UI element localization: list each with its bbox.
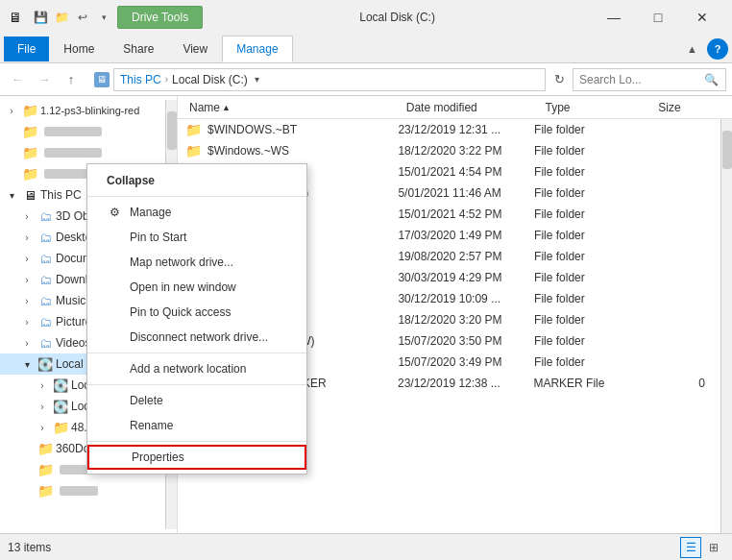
col-header-type[interactable]: Type [541,101,654,114]
maximize-button[interactable]: □ [636,0,680,35]
expand-icon[interactable]: ▾ [4,187,19,203]
drive-tools-button[interactable]: Drive Tools [117,6,203,29]
minimize-button[interactable]: — [592,0,636,35]
search-box[interactable]: 🔍 [573,68,726,91]
breadcrumb-thispc[interactable]: This PC [120,73,161,86]
tree-item-blurred2[interactable]: 📁 [0,142,165,163]
delete-icon [107,393,122,408]
title-bar: 🖥 💾 📁 ↩ ▾ Drive Tools Local Disk (C:) — … [0,0,732,35]
add-location-icon [107,361,122,377]
right-panel-scrollbar[interactable] [720,119,732,533]
ctx-open-new-window[interactable]: Open in new window [87,275,306,300]
folder-icon: 📁 [37,441,54,456]
help-button[interactable]: ? [707,38,728,60]
table-row[interactable]: 📁$WINDOWS.~BT 23/12/2019 12:31 ... File … [178,119,720,140]
table-row[interactable]: 📁$Windows.~WS 18/12/2020 3:22 PM File fo… [178,140,720,161]
expand-icon[interactable]: › [19,335,35,351]
file-type: File folder [534,313,645,327]
ctx-pin-to-start-label: Pin to Start [130,231,186,244]
ctx-collapse[interactable]: Collapse [87,168,306,193]
expand-icon [4,145,19,160]
refresh-button[interactable]: ↻ [549,70,569,89]
up-button[interactable]: ↑ [60,68,83,91]
expand-icon[interactable]: › [19,272,35,287]
address-bar: ← → ↑ 🖥 This PC › Local Disk (C:) ▾ ↻ 🔍 [0,63,732,96]
scrollbar-thumb[interactable] [722,131,732,169]
col-header-date[interactable]: Date modified [403,101,542,114]
details-view-button[interactable]: ☰ [680,537,701,558]
expand-icon[interactable]: › [19,251,35,266]
ctx-rename[interactable]: Rename [87,413,306,438]
folder-icon[interactable]: 📁 [52,8,71,27]
videos-icon: 🗂 [37,335,54,351]
undo-icon[interactable]: ↩ [73,8,92,27]
search-input[interactable] [579,73,704,86]
item-count: 13 items [8,541,51,554]
tree-item-folder1[interactable]: › 📁 1.12-ps3-blinking-red [0,100,165,121]
view-icons: ☰ ⊞ [680,537,724,558]
file-name: 📁$WINDOWS.~BT [185,122,398,137]
ctx-manage[interactable]: ⚙ Manage [87,200,306,225]
tab-file[interactable]: File [4,37,49,61]
ctx-add-network-location-label: Add a network location [130,362,246,376]
save-icon[interactable]: 💾 [31,8,50,27]
expand-icon[interactable]: › [19,293,35,308]
ctx-map-network-drive[interactable]: Map network drive... [87,250,306,275]
file-date: 30/12/2019 10:09 ... [398,292,534,305]
ctx-add-network-location[interactable]: Add a network location [87,356,306,381]
expand-icon [4,124,19,139]
ctx-pin-quick-access-label: Pin to Quick access [130,305,231,319]
desktop-icon: 🗂 [37,230,54,245]
ribbon-collapse-icon[interactable]: ▲ [681,41,703,57]
breadcrumb-localdisk[interactable]: Local Disk (C:) [172,73,248,86]
3dobjects-icon: 🗂 [37,208,54,224]
expand-icon[interactable]: › [19,208,35,224]
ctx-delete[interactable]: Delete [87,388,306,413]
scrollbar-thumb[interactable] [167,111,177,150]
ctx-properties[interactable]: Properties [87,445,306,470]
context-menu: Collapse ⚙ Manage Pin to Start Map netwo… [86,163,307,475]
expand-icon[interactable]: ▾ [19,356,35,372]
new-window-icon [107,280,122,295]
file-type: File folder [534,186,645,200]
back-button[interactable]: ← [6,68,29,91]
file-type: MARKER File [533,377,644,390]
tab-manage[interactable]: Manage [222,36,292,62]
close-button[interactable]: ✕ [680,0,724,35]
expand-icon[interactable]: › [35,399,50,414]
expand-icon[interactable]: › [19,314,35,329]
tiles-view-button[interactable]: ⊞ [703,537,724,558]
expand-icon[interactable]: › [4,103,19,118]
drive-icon: 💽 [37,356,54,372]
col-header-size[interactable]: Size [654,101,724,114]
dropdown-arrow-icon[interactable]: ▾ [94,8,113,27]
tree-item-blurred5[interactable]: 📁 [0,480,165,501]
expand-icon[interactable]: › [35,377,50,393]
tab-share[interactable]: Share [109,36,168,62]
ctx-disconnect-network-drive[interactable]: Disconnect network drive... [87,325,306,350]
ctx-pin-quick-access[interactable]: Pin to Quick access [87,300,306,325]
ctx-rename-label: Rename [130,419,173,432]
ctx-pin-to-start[interactable]: Pin to Start [87,225,306,250]
tab-home[interactable]: Home [49,36,109,62]
file-date: 19/08/2020 2:57 PM [398,250,534,263]
search-icon[interactable]: 🔍 [704,73,719,86]
col-header-name[interactable]: Name ▲ [185,101,403,114]
tree-item-blurred1[interactable]: 📁 [0,121,165,142]
expand-icon [19,441,35,456]
file-type: File folder [534,229,645,242]
tree-label: Videos [56,336,90,350]
tab-view[interactable]: View [168,36,222,62]
breadcrumb-sep1: › [165,74,168,85]
disconnect-icon [107,329,122,345]
file-date: 18/12/2020 3:22 PM [398,144,534,158]
breadcrumb-dropdown[interactable]: ▾ [252,74,262,85]
ctx-separator-3 [87,384,306,385]
ribbon-tabs: File Home Share View Manage ▲ ? [0,35,732,63]
forward-button[interactable]: → [33,68,56,91]
expand-icon[interactable]: › [19,230,35,245]
ctx-disconnect-network-drive-label: Disconnect network drive... [130,330,268,344]
ctx-open-new-window-label: Open in new window [130,280,236,294]
breadcrumb-bar[interactable]: This PC › Local Disk (C:) ▾ [113,68,546,91]
expand-icon[interactable]: › [35,420,50,435]
